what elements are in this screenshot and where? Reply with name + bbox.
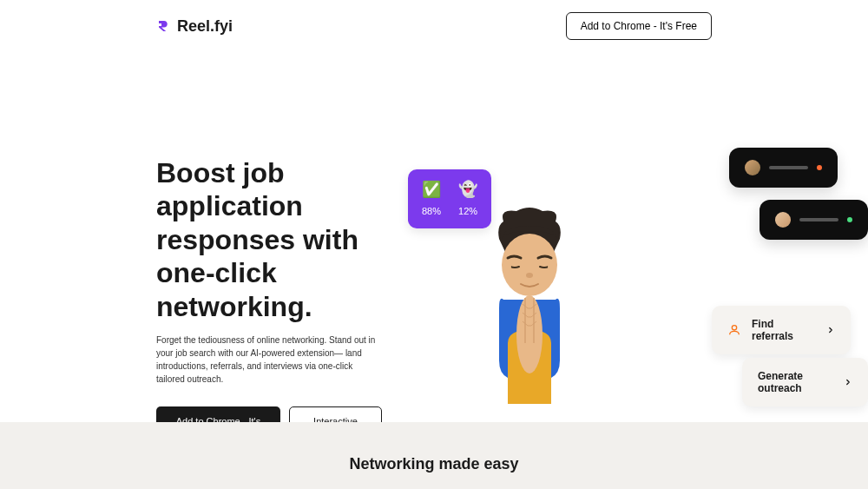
- footer-section: Networking made easy: [0, 422, 868, 489]
- svg-point-4: [548, 261, 556, 273]
- svg-point-2: [526, 273, 533, 278]
- character-illustration: [460, 204, 599, 404]
- hero-content: Boost job application responses with one…: [156, 156, 382, 446]
- ghost-icon: 👻: [458, 180, 477, 199]
- hero-section: Boost job application responses with one…: [0, 52, 868, 446]
- hero-illustration: ✅ 88% 👻 12%: [408, 156, 868, 446]
- hero-subtitle: Forget the tediousness of online network…: [156, 334, 382, 386]
- notification-bar: [769, 166, 808, 169]
- chevron-right-icon: [826, 326, 835, 334]
- find-referrals-card[interactable]: Find referrals: [712, 306, 851, 354]
- logo-icon: [156, 18, 172, 34]
- chevron-right-icon: [844, 378, 852, 387]
- header-cta-button[interactable]: Add to Chrome - It's Free: [566, 12, 712, 40]
- notification-bar: [799, 218, 838, 221]
- svg-point-5: [516, 295, 542, 373]
- stat-success: ✅ 88%: [422, 180, 441, 218]
- svg-point-6: [732, 326, 736, 330]
- status-dot-icon: [847, 217, 852, 222]
- generate-outreach-card[interactable]: Generate outreach: [742, 358, 868, 406]
- person-icon: [727, 323, 741, 337]
- action-label: Generate outreach: [758, 370, 833, 394]
- action-label: Find referrals: [752, 318, 816, 342]
- header: Reel.fyi Add to Chrome - It's Free: [0, 0, 868, 52]
- status-dot-icon: [817, 165, 822, 170]
- svg-rect-0: [159, 23, 161, 26]
- brand-name: Reel.fyi: [177, 17, 233, 36]
- avatar: [745, 160, 760, 175]
- logo[interactable]: Reel.fyi: [156, 17, 233, 36]
- checkmark-icon: ✅: [422, 180, 441, 199]
- svg-point-3: [503, 261, 511, 273]
- stat-success-value: 88%: [422, 206, 441, 216]
- avatar: [775, 212, 791, 228]
- hero-title: Boost job application responses with one…: [156, 156, 382, 323]
- footer-title: Networking made easy: [0, 455, 868, 473]
- notification-card-1: [729, 148, 838, 188]
- notification-card-2: [760, 200, 868, 240]
